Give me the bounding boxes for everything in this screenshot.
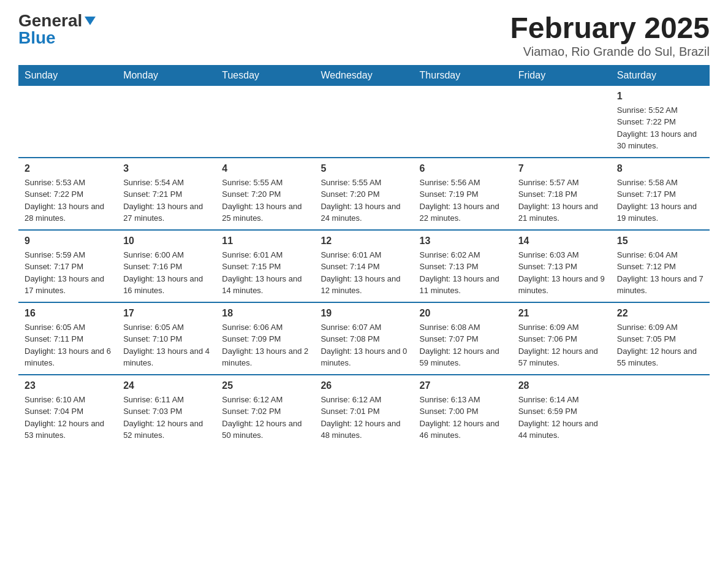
calendar-cell: 20Sunrise: 6:08 AM Sunset: 7:07 PM Dayli… [414,302,512,375]
calendar-cell [117,86,216,158]
day-number: 9 [25,236,111,247]
day-info: Sunrise: 6:05 AM Sunset: 7:11 PM Dayligh… [25,321,111,369]
day-number: 5 [320,163,407,174]
calendar-week-row: 9Sunrise: 5:59 AM Sunset: 7:17 PM Daylig… [18,230,710,302]
day-number: 22 [617,308,703,319]
weekday-header-saturday: Saturday [611,65,710,86]
day-info: Sunrise: 5:56 AM Sunset: 7:19 PM Dayligh… [420,177,506,224]
logo: General Blue [18,12,96,47]
calendar-table: SundayMondayTuesdayWednesdayThursdayFrid… [18,65,710,446]
day-info: Sunrise: 6:14 AM Sunset: 6:59 PM Dayligh… [518,394,605,442]
day-number: 3 [123,163,210,174]
calendar-cell [216,86,314,158]
day-info: Sunrise: 6:06 AM Sunset: 7:09 PM Dayligh… [222,321,308,369]
day-info: Sunrise: 5:52 AM Sunset: 7:22 PM Dayligh… [617,104,703,152]
calendar-week-row: 23Sunrise: 6:10 AM Sunset: 7:04 PM Dayli… [18,375,710,446]
day-info: Sunrise: 5:55 AM Sunset: 7:20 PM Dayligh… [222,177,308,224]
calendar-header: SundayMondayTuesdayWednesdayThursdayFrid… [18,65,710,86]
svg-marker-0 [85,17,96,25]
calendar-cell [512,86,611,158]
day-info: Sunrise: 6:02 AM Sunset: 7:13 PM Dayligh… [420,249,506,297]
calendar-cell [314,86,413,158]
day-info: Sunrise: 6:09 AM Sunset: 7:05 PM Dayligh… [617,321,703,369]
day-number: 24 [123,380,210,391]
calendar-cell: 19Sunrise: 6:07 AM Sunset: 7:08 PM Dayli… [314,302,413,375]
day-number: 1 [617,91,703,102]
day-info: Sunrise: 6:01 AM Sunset: 7:14 PM Dayligh… [320,249,407,297]
day-info: Sunrise: 5:59 AM Sunset: 7:17 PM Dayligh… [25,249,111,297]
calendar-cell: 8Sunrise: 5:58 AM Sunset: 7:17 PM Daylig… [611,158,710,230]
calendar-cell: 12Sunrise: 6:01 AM Sunset: 7:14 PM Dayli… [314,230,413,302]
calendar-cell: 3Sunrise: 5:54 AM Sunset: 7:21 PM Daylig… [117,158,216,230]
weekday-header-friday: Friday [512,65,611,86]
day-number: 2 [25,163,111,174]
day-info: Sunrise: 6:10 AM Sunset: 7:04 PM Dayligh… [25,394,111,442]
day-info: Sunrise: 6:12 AM Sunset: 7:01 PM Dayligh… [320,394,407,442]
day-number: 23 [25,380,111,391]
day-number: 15 [617,236,703,247]
title-section: February 2025 Viamao, Rio Grande do Sul,… [510,12,710,59]
calendar-cell: 18Sunrise: 6:06 AM Sunset: 7:09 PM Dayli… [216,302,314,375]
day-info: Sunrise: 5:53 AM Sunset: 7:22 PM Dayligh… [25,177,111,224]
day-number: 6 [420,163,506,174]
day-info: Sunrise: 5:58 AM Sunset: 7:17 PM Dayligh… [617,177,703,224]
logo-triangle-icon [85,17,96,28]
day-number: 19 [320,308,407,319]
day-info: Sunrise: 6:03 AM Sunset: 7:13 PM Dayligh… [518,249,605,297]
calendar-cell: 9Sunrise: 5:59 AM Sunset: 7:17 PM Daylig… [18,230,117,302]
calendar-cell: 24Sunrise: 6:11 AM Sunset: 7:03 PM Dayli… [117,375,216,446]
calendar-cell: 2Sunrise: 5:53 AM Sunset: 7:22 PM Daylig… [18,158,117,230]
weekday-header-thursday: Thursday [414,65,512,86]
day-info: Sunrise: 6:08 AM Sunset: 7:07 PM Dayligh… [420,321,506,369]
day-number: 26 [320,380,407,391]
weekday-header-monday: Monday [117,65,216,86]
calendar-cell: 4Sunrise: 5:55 AM Sunset: 7:20 PM Daylig… [216,158,314,230]
calendar-body: 1Sunrise: 5:52 AM Sunset: 7:22 PM Daylig… [18,86,710,446]
calendar-cell: 25Sunrise: 6:12 AM Sunset: 7:02 PM Dayli… [216,375,314,446]
day-number: 25 [222,380,308,391]
day-number: 18 [222,308,308,319]
day-info: Sunrise: 6:13 AM Sunset: 7:00 PM Dayligh… [420,394,506,442]
calendar-cell: 26Sunrise: 6:12 AM Sunset: 7:01 PM Dayli… [314,375,413,446]
calendar-cell: 5Sunrise: 5:55 AM Sunset: 7:20 PM Daylig… [314,158,413,230]
calendar-cell: 17Sunrise: 6:05 AM Sunset: 7:10 PM Dayli… [117,302,216,375]
logo-general-text: General [18,12,82,29]
calendar-cell [414,86,512,158]
month-title: February 2025 [510,12,710,45]
calendar-cell: 27Sunrise: 6:13 AM Sunset: 7:00 PM Dayli… [414,375,512,446]
day-info: Sunrise: 6:11 AM Sunset: 7:03 PM Dayligh… [123,394,210,442]
weekday-header-wednesday: Wednesday [314,65,413,86]
calendar-cell [18,86,117,158]
calendar-week-row: 2Sunrise: 5:53 AM Sunset: 7:22 PM Daylig… [18,158,710,230]
day-info: Sunrise: 6:07 AM Sunset: 7:08 PM Dayligh… [320,321,407,369]
day-info: Sunrise: 6:05 AM Sunset: 7:10 PM Dayligh… [123,321,210,369]
day-number: 10 [123,236,210,247]
day-number: 16 [25,308,111,319]
day-number: 7 [518,163,605,174]
calendar-cell: 6Sunrise: 5:56 AM Sunset: 7:19 PM Daylig… [414,158,512,230]
day-number: 13 [420,236,506,247]
day-number: 17 [123,308,210,319]
page-header: General Blue February 2025 Viamao, Rio G… [18,12,710,59]
day-number: 28 [518,380,605,391]
day-info: Sunrise: 5:55 AM Sunset: 7:20 PM Dayligh… [320,177,407,224]
day-number: 27 [420,380,506,391]
day-number: 14 [518,236,605,247]
day-number: 12 [320,236,407,247]
day-number: 21 [518,308,605,319]
day-info: Sunrise: 5:57 AM Sunset: 7:18 PM Dayligh… [518,177,605,224]
day-info: Sunrise: 6:04 AM Sunset: 7:12 PM Dayligh… [617,249,703,297]
calendar-cell: 1Sunrise: 5:52 AM Sunset: 7:22 PM Daylig… [611,86,710,158]
weekday-header-tuesday: Tuesday [216,65,314,86]
calendar-cell: 10Sunrise: 6:00 AM Sunset: 7:16 PM Dayli… [117,230,216,302]
calendar-week-row: 1Sunrise: 5:52 AM Sunset: 7:22 PM Daylig… [18,86,710,158]
logo-blue-text: Blue [18,28,56,47]
weekday-header-sunday: Sunday [18,65,117,86]
calendar-cell: 16Sunrise: 6:05 AM Sunset: 7:11 PM Dayli… [18,302,117,375]
calendar-cell: 14Sunrise: 6:03 AM Sunset: 7:13 PM Dayli… [512,230,611,302]
location-text: Viamao, Rio Grande do Sul, Brazil [510,45,710,59]
calendar-cell: 13Sunrise: 6:02 AM Sunset: 7:13 PM Dayli… [414,230,512,302]
day-info: Sunrise: 6:12 AM Sunset: 7:02 PM Dayligh… [222,394,308,442]
day-info: Sunrise: 6:01 AM Sunset: 7:15 PM Dayligh… [222,249,308,297]
weekday-header-row: SundayMondayTuesdayWednesdayThursdayFrid… [18,65,710,86]
